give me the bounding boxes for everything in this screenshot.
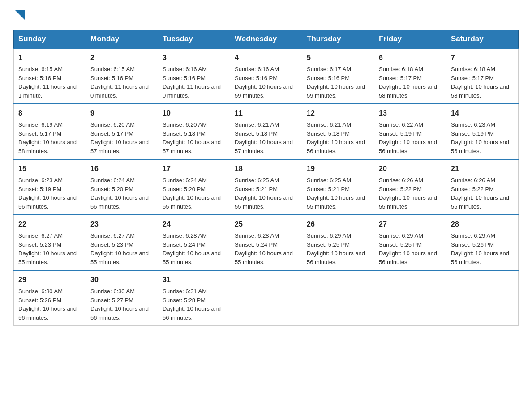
day-number: 9 — [90, 108, 153, 119]
day-number: 30 — [90, 274, 153, 285]
calendar-cell: 7 Sunrise: 6:18 AM Sunset: 5:17 PM Dayli… — [446, 48, 519, 104]
sunset-text: Sunset: 5:26 PM — [18, 297, 61, 304]
calendar-cell: 4 Sunrise: 6:16 AM Sunset: 5:16 PM Dayli… — [230, 48, 302, 104]
sunset-text: Sunset: 5:16 PM — [18, 75, 61, 81]
sunset-text: Sunset: 5:20 PM — [90, 186, 133, 193]
sunrise-text: Sunrise: 6:24 AM — [163, 177, 207, 184]
day-number: 17 — [163, 163, 225, 174]
daylight-text: Daylight: 10 hours and 59 minutes. — [307, 83, 365, 99]
calendar-week-row: 15 Sunrise: 6:23 AM Sunset: 5:19 PM Dayl… — [14, 159, 519, 215]
calendar-cell: 29 Sunrise: 6:30 AM Sunset: 5:26 PM Dayl… — [14, 270, 86, 326]
sunset-text: Sunset: 5:19 PM — [18, 186, 61, 193]
daylight-text: Daylight: 10 hours and 58 minutes. — [379, 83, 437, 99]
sunset-text: Sunset: 5:18 PM — [163, 130, 206, 137]
daylight-text: Daylight: 10 hours and 56 minutes. — [451, 139, 509, 154]
calendar-cell: 13 Sunrise: 6:22 AM Sunset: 5:19 PM Dayl… — [374, 104, 446, 159]
calendar-cell: 26 Sunrise: 6:29 AM Sunset: 5:25 PM Dayl… — [302, 215, 374, 270]
sunset-text: Sunset: 5:23 PM — [18, 241, 61, 248]
sunset-text: Sunset: 5:28 PM — [163, 297, 206, 304]
calendar-cell: 10 Sunrise: 6:20 AM Sunset: 5:18 PM Dayl… — [158, 104, 230, 159]
daylight-text: Daylight: 10 hours and 56 minutes. — [18, 305, 77, 321]
sunset-text: Sunset: 5:17 PM — [18, 130, 61, 137]
day-number: 21 — [451, 163, 514, 174]
sunrise-text: Sunrise: 6:30 AM — [18, 288, 63, 295]
sunrise-text: Sunrise: 6:19 AM — [18, 121, 63, 128]
sunrise-text: Sunrise: 6:27 AM — [90, 232, 135, 239]
day-number: 13 — [379, 108, 442, 119]
calendar-cell — [374, 270, 446, 326]
day-number: 23 — [90, 219, 153, 230]
day-number: 2 — [90, 52, 153, 63]
daylight-text: Daylight: 10 hours and 58 minutes. — [451, 83, 509, 99]
calendar-cell: 5 Sunrise: 6:17 AM Sunset: 5:16 PM Dayli… — [302, 48, 374, 104]
day-number: 19 — [307, 163, 369, 174]
calendar-cell — [230, 270, 302, 326]
sunrise-text: Sunrise: 6:29 AM — [379, 232, 423, 239]
sunrise-text: Sunrise: 6:24 AM — [90, 177, 135, 184]
calendar-cell: 30 Sunrise: 6:30 AM Sunset: 5:27 PM Dayl… — [86, 270, 158, 326]
day-number: 14 — [451, 108, 514, 119]
day-number: 5 — [307, 52, 369, 63]
daylight-text: Daylight: 10 hours and 55 minutes. — [451, 194, 509, 210]
daylight-text: Daylight: 11 hours and 1 minute. — [18, 83, 77, 99]
calendar-table: SundayMondayTuesdayWednesdayThursdayFrid… — [13, 30, 519, 326]
calendar-cell: 17 Sunrise: 6:24 AM Sunset: 5:20 PM Dayl… — [158, 159, 230, 215]
sunrise-text: Sunrise: 6:28 AM — [163, 232, 207, 239]
day-number: 18 — [235, 163, 297, 174]
sunset-text: Sunset: 5:22 PM — [379, 186, 422, 193]
daylight-text: Daylight: 10 hours and 56 minutes. — [379, 139, 437, 154]
logo — [13, 9, 25, 21]
calendar-cell: 27 Sunrise: 6:29 AM Sunset: 5:25 PM Dayl… — [374, 215, 446, 270]
day-number: 28 — [451, 219, 514, 230]
daylight-text: Daylight: 10 hours and 56 minutes. — [90, 305, 149, 321]
daylight-text: Daylight: 10 hours and 57 minutes. — [163, 139, 221, 154]
calendar-cell: 22 Sunrise: 6:27 AM Sunset: 5:23 PM Dayl… — [14, 215, 86, 270]
calendar-cell: 24 Sunrise: 6:28 AM Sunset: 5:24 PM Dayl… — [158, 215, 230, 270]
calendar-cell: 18 Sunrise: 6:25 AM Sunset: 5:21 PM Dayl… — [230, 159, 302, 215]
daylight-text: Daylight: 10 hours and 57 minutes. — [235, 139, 293, 154]
calendar-cell: 25 Sunrise: 6:28 AM Sunset: 5:24 PM Dayl… — [230, 215, 302, 270]
sunrise-text: Sunrise: 6:27 AM — [18, 232, 63, 239]
daylight-text: Daylight: 10 hours and 55 minutes. — [163, 194, 221, 210]
sunrise-text: Sunrise: 6:21 AM — [307, 121, 351, 128]
weekday-header-thursday: Thursday — [302, 30, 374, 49]
calendar-cell: 9 Sunrise: 6:20 AM Sunset: 5:17 PM Dayli… — [86, 104, 158, 159]
sunrise-text: Sunrise: 6:16 AM — [163, 66, 207, 73]
day-number: 1 — [18, 52, 81, 63]
daylight-text: Daylight: 11 hours and 0 minutes. — [163, 83, 221, 99]
sunset-text: Sunset: 5:20 PM — [163, 186, 206, 193]
day-number: 7 — [451, 52, 514, 63]
sunrise-text: Sunrise: 6:26 AM — [451, 177, 495, 184]
daylight-text: Daylight: 10 hours and 56 minutes. — [18, 194, 77, 210]
daylight-text: Daylight: 10 hours and 56 minutes. — [379, 250, 437, 265]
calendar-cell: 12 Sunrise: 6:21 AM Sunset: 5:18 PM Dayl… — [302, 104, 374, 159]
sunrise-text: Sunrise: 6:25 AM — [307, 177, 351, 184]
daylight-text: Daylight: 10 hours and 56 minutes. — [451, 250, 509, 265]
weekday-header-tuesday: Tuesday — [158, 30, 230, 49]
sunset-text: Sunset: 5:27 PM — [90, 297, 133, 304]
calendar-cell — [446, 270, 519, 326]
sunrise-text: Sunrise: 6:28 AM — [235, 232, 279, 239]
calendar-week-row: 8 Sunrise: 6:19 AM Sunset: 5:17 PM Dayli… — [14, 104, 519, 159]
sunrise-text: Sunrise: 6:16 AM — [235, 66, 279, 73]
daylight-text: Daylight: 10 hours and 55 minutes. — [90, 250, 149, 265]
sunrise-text: Sunrise: 6:17 AM — [307, 66, 351, 73]
calendar-cell: 11 Sunrise: 6:21 AM Sunset: 5:18 PM Dayl… — [230, 104, 302, 159]
sunrise-text: Sunrise: 6:25 AM — [235, 177, 279, 184]
sunset-text: Sunset: 5:24 PM — [235, 241, 278, 248]
daylight-text: Daylight: 10 hours and 55 minutes. — [379, 194, 437, 210]
weekday-header-friday: Friday — [374, 30, 446, 49]
day-number: 31 — [163, 274, 225, 285]
day-number: 25 — [235, 219, 297, 230]
day-number: 12 — [307, 108, 369, 119]
sunset-text: Sunset: 5:24 PM — [163, 241, 206, 248]
calendar-cell: 20 Sunrise: 6:26 AM Sunset: 5:22 PM Dayl… — [374, 159, 446, 215]
sunset-text: Sunset: 5:22 PM — [451, 186, 494, 193]
sunset-text: Sunset: 5:17 PM — [379, 75, 422, 81]
day-number: 22 — [18, 219, 81, 230]
logo-arrow-icon — [15, 10, 25, 20]
day-number: 3 — [163, 52, 225, 63]
calendar-cell: 14 Sunrise: 6:23 AM Sunset: 5:19 PM Dayl… — [446, 104, 519, 159]
daylight-text: Daylight: 10 hours and 58 minutes. — [18, 139, 77, 154]
sunrise-text: Sunrise: 6:26 AM — [379, 177, 423, 184]
